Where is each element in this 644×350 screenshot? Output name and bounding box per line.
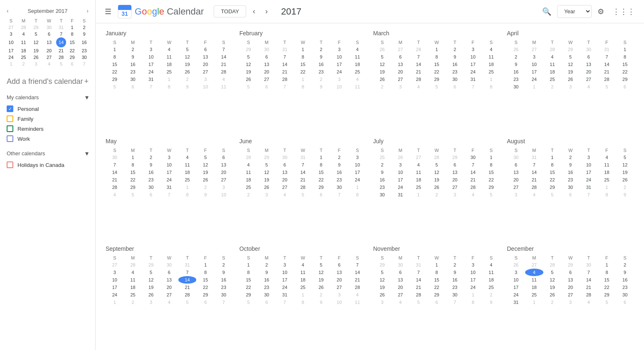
month-day[interactable]: 29 (106, 76, 124, 83)
month-day[interactable]: 8 (428, 53, 446, 61)
month-day[interactable]: 7 (142, 83, 160, 91)
month-day[interactable]: 1 (196, 261, 215, 269)
month-day[interactable]: 27 (106, 261, 124, 269)
month-day[interactable]: 11 (598, 161, 616, 169)
mini-cal-day[interactable]: 27 (42, 54, 56, 61)
month-day[interactable]: 12 (142, 276, 160, 284)
mini-cal-day[interactable]: 19 (30, 47, 42, 54)
month-day[interactable]: 20 (160, 284, 178, 291)
month-day[interactable]: 8 (348, 191, 367, 198)
month-day[interactable]: 31 (276, 46, 294, 53)
month-day[interactable]: 9 (142, 161, 160, 169)
month-day[interactable]: 1 (294, 76, 312, 83)
month-day[interactable]: 1 (410, 191, 428, 198)
month-day[interactable]: 23 (446, 68, 464, 76)
month-day[interactable]: 9 (446, 53, 464, 61)
mini-cal-day[interactable]: 8 (66, 31, 78, 37)
month-day[interactable]: 4 (348, 291, 367, 299)
settings-button[interactable]: ⚙ (595, 5, 607, 19)
month-day[interactable]: 8 (294, 299, 312, 306)
month-day[interactable]: 17 (464, 61, 482, 68)
month-day[interactable]: 1 (598, 184, 616, 191)
month-day[interactable]: 27 (257, 76, 276, 83)
other-calendar-item-holidays-in-canada[interactable]: Holidays in Canada (0, 160, 95, 170)
month-day[interactable]: 14 (580, 276, 598, 284)
month-day[interactable]: 25 (598, 176, 616, 184)
month-day[interactable]: 17 (391, 176, 410, 184)
month-day[interactable]: 27 (391, 76, 410, 83)
month-day[interactable]: 18 (124, 284, 142, 291)
month-day[interactable]: 19 (142, 284, 160, 291)
month-day[interactable]: 22 (616, 68, 634, 76)
mini-cal-day[interactable]: 16 (78, 37, 90, 47)
month-day[interactable]: 17 (142, 61, 160, 68)
month-day[interactable]: 21 (410, 68, 428, 76)
calendar-item-work[interactable]: Work (0, 134, 95, 144)
month-day[interactable]: 27 (561, 291, 580, 299)
month-day[interactable]: 10 (348, 161, 367, 169)
month-day[interactable]: 6 (391, 269, 410, 276)
month-day[interactable]: 18 (160, 61, 178, 68)
prev-button[interactable]: ‹ (249, 5, 259, 17)
month-day[interactable]: 10 (106, 276, 124, 284)
month-day[interactable]: 24 (391, 184, 410, 191)
month-day[interactable]: 19 (373, 68, 392, 76)
month-day[interactable]: 29 (561, 46, 580, 53)
month-day[interactable]: 8 (312, 161, 330, 169)
month-day[interactable]: 13 (391, 276, 410, 284)
month-day[interactable]: 5 (312, 261, 330, 269)
month-day[interactable]: 5 (543, 269, 562, 276)
month-day[interactable]: 25 (482, 68, 501, 76)
month-day[interactable]: 24 (507, 291, 525, 299)
month-day[interactable]: 17 (464, 276, 482, 284)
month-day[interactable]: 12 (428, 169, 446, 176)
month-day[interactable]: 8 (294, 53, 312, 61)
month-day[interactable]: 3 (525, 53, 543, 61)
mini-cal-day[interactable]: 30 (78, 54, 90, 61)
month-day[interactable]: 11 (348, 83, 367, 91)
month-day[interactable]: 28 (410, 291, 428, 299)
month-day[interactable]: 2 (312, 291, 330, 299)
other-calendars-header[interactable]: Other calendars ▾ (0, 147, 95, 160)
month-day[interactable]: 2 (215, 261, 233, 269)
month-day[interactable]: 28 (543, 46, 562, 53)
month-day[interactable]: 3 (196, 76, 215, 83)
month-day[interactable]: 8 (543, 161, 562, 169)
month-day[interactable]: 19 (373, 284, 392, 291)
month-day[interactable]: 10 (160, 161, 178, 169)
month-day[interactable]: 7 (160, 191, 178, 198)
month-day[interactable]: 4 (525, 269, 543, 276)
month-day[interactable]: 24 (464, 68, 482, 76)
month-day[interactable]: 5 (239, 299, 258, 306)
month-day[interactable]: 26 (507, 261, 525, 269)
month-day[interactable]: 17 (525, 68, 543, 76)
month-day[interactable]: 2 (142, 154, 160, 161)
month-day[interactable]: 28 (294, 184, 312, 191)
month-day[interactable]: 20 (391, 68, 410, 76)
month-day[interactable]: 17 (106, 284, 124, 291)
month-day[interactable]: 1 (482, 76, 501, 83)
month-day[interactable]: 8 (196, 269, 215, 276)
month-day[interactable]: 11 (348, 53, 367, 61)
month-day[interactable]: 2 (543, 83, 562, 91)
month-day[interactable]: 16 (373, 176, 392, 184)
mini-cal-day[interactable]: 27 (5, 24, 17, 31)
mini-cal-day[interactable]: 21 (56, 47, 66, 54)
mini-cal-day[interactable]: 5 (56, 61, 66, 67)
month-day[interactable]: 9 (257, 269, 276, 276)
month-day[interactable]: 6 (391, 53, 410, 61)
month-day[interactable]: 8 (598, 191, 616, 198)
month-day[interactable]: 4 (178, 154, 197, 161)
mini-cal-day[interactable]: 15 (66, 37, 78, 47)
mini-cal-day[interactable]: 25 (17, 54, 30, 61)
month-day[interactable]: 7 (215, 46, 233, 53)
month-day[interactable]: 5 (178, 46, 197, 53)
month-day[interactable]: 29 (142, 261, 160, 269)
month-day[interactable]: 28 (106, 184, 124, 191)
month-day[interactable]: 25 (482, 284, 501, 291)
month-day[interactable]: 18 (482, 61, 501, 68)
month-day[interactable]: 27 (446, 184, 464, 191)
month-day[interactable]: 2 (239, 191, 258, 198)
mini-cal-day[interactable]: 1 (5, 61, 17, 67)
month-day[interactable]: 10 (215, 191, 233, 198)
